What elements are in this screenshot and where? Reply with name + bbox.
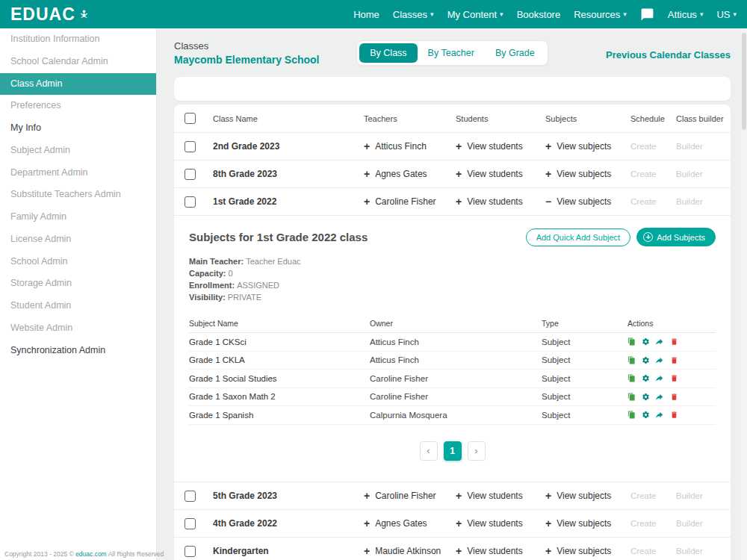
view-subjects-link[interactable]: View subjects (557, 196, 611, 207)
class-builder-link[interactable]: Builder (676, 169, 703, 178)
copy-subject-icon[interactable] (627, 337, 636, 346)
view-subjects-link[interactable]: View subjects (557, 546, 611, 556)
expand-teacher-icon[interactable]: + (364, 169, 370, 179)
expand-students-icon[interactable]: + (456, 169, 462, 179)
add-subjects-button[interactable]: + Add Subjects (636, 228, 716, 246)
teacher-link[interactable]: Atticus Finch (375, 141, 427, 152)
nav-home[interactable]: Home (353, 9, 379, 20)
view-subjects-link[interactable]: View subjects (557, 169, 611, 179)
create-schedule-link[interactable]: Create (630, 142, 657, 151)
copy-subject-icon[interactable] (627, 374, 636, 382)
view-subjects-link[interactable]: View subjects (557, 141, 611, 152)
view-students-link[interactable]: View students (467, 169, 523, 179)
view-by-grade-button[interactable]: By Grade (485, 43, 545, 63)
settings-icon[interactable] (642, 356, 650, 364)
class-builder-link[interactable]: Builder (676, 197, 703, 206)
share-icon[interactable] (656, 393, 664, 401)
row-checkbox[interactable] (185, 491, 196, 502)
view-students-link[interactable]: View students (467, 141, 523, 152)
teacher-link[interactable]: Caroline Fisher (375, 491, 436, 501)
expand-students-icon[interactable]: + (456, 491, 462, 501)
teacher-link[interactable]: Maudie Atkinson (375, 546, 441, 556)
view-by-teacher-button[interactable]: By Teacher (418, 43, 485, 63)
messages-icon[interactable] (640, 7, 654, 22)
sidebar-item-class-admin[interactable]: Class Admin (0, 73, 156, 96)
class-builder-link[interactable]: Builder (676, 491, 703, 500)
select-all-checkbox[interactable] (185, 113, 196, 124)
sidebar-item-department-admin[interactable]: Department Admin (0, 162, 156, 184)
sidebar-item-website-admin[interactable]: Website Admin (0, 317, 156, 340)
share-icon[interactable] (656, 411, 664, 419)
view-subjects-link[interactable]: View subjects (557, 491, 611, 501)
expand-subjects-icon[interactable]: + (545, 518, 551, 529)
class-builder-link[interactable]: Builder (676, 547, 703, 556)
vertical-scrollbar[interactable] (741, 28, 747, 560)
class-builder-link[interactable]: Builder (676, 142, 703, 151)
teacher-link[interactable]: Agnes Gates (375, 518, 427, 529)
sidebar-item-subject-admin[interactable]: Subject Admin (0, 140, 156, 162)
settings-icon[interactable] (642, 393, 650, 401)
teacher-link[interactable]: Agnes Gates (375, 169, 427, 179)
sidebar-item-synchronization-admin[interactable]: Synchronization Admin (0, 340, 156, 362)
sidebar-item-school-calendar-admin[interactable]: School Calendar Admin (0, 51, 156, 73)
copy-subject-icon[interactable] (627, 356, 636, 364)
settings-icon[interactable] (642, 411, 650, 419)
expand-subjects-icon[interactable]: + (545, 169, 551, 179)
view-students-link[interactable]: View students (467, 196, 523, 207)
expand-students-icon[interactable]: + (456, 518, 462, 529)
delete-icon[interactable] (670, 356, 678, 364)
nav-bookstore[interactable]: Bookstore (517, 9, 561, 20)
expand-teacher-icon[interactable]: + (364, 491, 370, 501)
row-checkbox[interactable] (185, 169, 196, 180)
delete-icon[interactable] (670, 393, 678, 401)
sidebar-item-substitute-teachers-admin[interactable]: Substitute Teachers Admin (0, 184, 156, 206)
copy-subject-icon[interactable] (627, 411, 636, 419)
nav-classes[interactable]: Classes▾ (393, 9, 434, 20)
create-schedule-link[interactable]: Create (630, 547, 657, 556)
row-checkbox[interactable] (185, 141, 196, 152)
create-schedule-link[interactable]: Create (630, 519, 657, 528)
delete-icon[interactable] (670, 374, 678, 382)
create-schedule-link[interactable]: Create (630, 491, 657, 500)
sidebar-item-my-info[interactable]: My Info (0, 117, 156, 140)
delete-icon[interactable] (670, 411, 678, 419)
nav-my-content[interactable]: My Content▾ (447, 9, 503, 20)
expand-teacher-icon[interactable]: + (364, 141, 370, 152)
view-subjects-link[interactable]: View subjects (557, 518, 611, 529)
previous-calendar-classes-link[interactable]: Previous Calendar Classes (606, 49, 731, 60)
row-checkbox[interactable] (185, 518, 196, 529)
pagination-next-button[interactable]: › (468, 441, 486, 461)
eduac-logo[interactable]: EDUAC (10, 6, 90, 23)
sidebar-item-family-admin[interactable]: Family Admin (0, 206, 156, 228)
row-checkbox[interactable] (185, 546, 196, 557)
scrollbar-thumb[interactable] (742, 33, 746, 130)
eduac-link[interactable]: eduac.com (75, 550, 107, 558)
settings-icon[interactable] (642, 374, 650, 382)
expand-subjects-icon[interactable]: + (545, 546, 551, 556)
expand-students-icon[interactable]: + (456, 196, 462, 207)
collapse-subjects-icon[interactable]: − (545, 196, 551, 207)
pagination-prev-button[interactable]: ‹ (420, 441, 438, 461)
view-by-class-button[interactable]: By Class (359, 43, 417, 63)
expand-teacher-icon[interactable]: + (364, 518, 370, 529)
settings-icon[interactable] (642, 337, 650, 346)
expand-students-icon[interactable]: + (456, 141, 462, 152)
view-students-link[interactable]: View students (467, 546, 523, 556)
sidebar-item-preferences[interactable]: Preferences (0, 95, 156, 117)
expand-students-icon[interactable]: + (456, 546, 462, 556)
sidebar-item-institution-information[interactable]: Institution Information (0, 28, 156, 51)
sidebar-item-student-admin[interactable]: Student Admin (0, 295, 156, 317)
share-icon[interactable] (656, 374, 664, 382)
share-icon[interactable] (656, 337, 664, 346)
delete-icon[interactable] (670, 337, 678, 346)
expand-subjects-icon[interactable]: + (545, 141, 551, 152)
sidebar-item-license-admin[interactable]: License Admin (0, 228, 156, 251)
view-students-link[interactable]: View students (467, 518, 523, 529)
share-icon[interactable] (656, 356, 664, 364)
expand-teacher-icon[interactable]: + (364, 546, 370, 556)
class-builder-link[interactable]: Builder (676, 519, 703, 528)
row-checkbox[interactable] (185, 196, 196, 208)
nav-user-menu[interactable]: Atticus▾ (668, 9, 704, 20)
create-schedule-link[interactable]: Create (630, 197, 657, 206)
expand-teacher-icon[interactable]: + (364, 196, 370, 207)
